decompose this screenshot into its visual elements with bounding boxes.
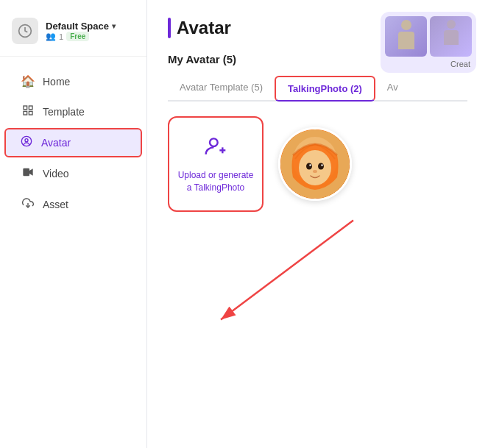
person-silhouette-1 [395, 20, 417, 53]
sidebar-nav: 🏠 Home Template Av [0, 65, 146, 221]
preview-person-2 [430, 16, 472, 57]
avatar-photo-image [280, 129, 350, 199]
sidebar-item-asset-label: Asset [43, 199, 68, 210]
preview-grid [385, 16, 472, 57]
svg-rect-1 [24, 106, 27, 110]
upload-generate-card[interactable]: Upload or generate a TalkingPhoto [168, 116, 264, 212]
title-bar-decoration [168, 18, 171, 38]
home-icon: 🏠 [21, 74, 35, 88]
svg-point-10 [210, 138, 218, 146]
svg-line-22 [221, 221, 353, 320]
sidebar: Default Space ▾ 👥 1 Free 🏠 Home [0, 0, 147, 448]
svg-point-15 [299, 150, 331, 185]
svg-marker-8 [29, 168, 33, 175]
members-icon: 👥 [46, 32, 56, 41]
svg-point-16 [306, 163, 312, 170]
tab-talking-photo[interactable]: TalkingPhoto (2) [275, 76, 375, 102]
talking-photo-avatar[interactable] [278, 127, 352, 201]
svg-rect-2 [29, 106, 32, 110]
create-avatar-preview[interactable]: Creat [381, 12, 476, 73]
person-add-icon [204, 135, 227, 163]
svg-rect-4 [29, 111, 32, 115]
sidebar-item-avatar[interactable]: Avatar [4, 128, 142, 157]
chevron-down-icon: ▾ [112, 22, 116, 30]
svg-point-17 [318, 163, 324, 170]
avatar-tabs: Avatar Template (5) TalkingPhoto (2) Av [168, 76, 467, 102]
person-body-1 [398, 32, 414, 49]
sidebar-item-home[interactable]: 🏠 Home [6, 67, 141, 96]
main-content: Avatar Creat My Avatar (5) Avatar Templa… [147, 0, 488, 448]
svg-rect-7 [23, 168, 29, 177]
svg-point-18 [309, 164, 311, 166]
tab-av[interactable]: Av [375, 76, 410, 102]
sidebar-item-video[interactable]: Video [6, 159, 141, 188]
preview-person-1 [385, 16, 427, 57]
upload-card-text: Upload or generate a TalkingPhoto [178, 169, 254, 194]
person-head-1 [401, 20, 411, 30]
svg-rect-3 [24, 111, 27, 115]
sidebar-item-home-label: Home [43, 76, 70, 88]
template-icon [21, 104, 35, 119]
workspace-meta: 👥 1 Free [46, 32, 116, 41]
workspace-avatar [12, 18, 38, 44]
workspace-name: Default Space ▾ [46, 21, 116, 32]
preview-label: Creat [385, 60, 472, 68]
tab-avatar-template[interactable]: Avatar Template (5) [168, 76, 275, 102]
asset-icon [21, 197, 35, 212]
person-body-2 [444, 30, 459, 45]
sidebar-item-avatar-label: Avatar [41, 137, 71, 149]
talking-photo-cards: Upload or generate a TalkingPhoto [168, 116, 467, 212]
person-silhouette-2 [440, 20, 462, 53]
sidebar-item-template-label: Template [43, 106, 85, 118]
video-icon [21, 166, 35, 181]
plan-badge: Free [66, 32, 89, 41]
svg-point-19 [321, 164, 322, 166]
sidebar-item-asset[interactable]: Asset [6, 190, 141, 219]
workspace-info: Default Space ▾ 👥 1 Free [46, 21, 116, 41]
svg-point-6 [25, 139, 28, 142]
avatar-icon [19, 135, 34, 150]
sidebar-item-template[interactable]: Template [6, 97, 141, 127]
svg-point-20 [313, 170, 317, 173]
workspace-header[interactable]: Default Space ▾ 👥 1 Free [0, 12, 146, 57]
person-head-2 [447, 20, 456, 29]
sidebar-item-video-label: Video [43, 168, 69, 179]
